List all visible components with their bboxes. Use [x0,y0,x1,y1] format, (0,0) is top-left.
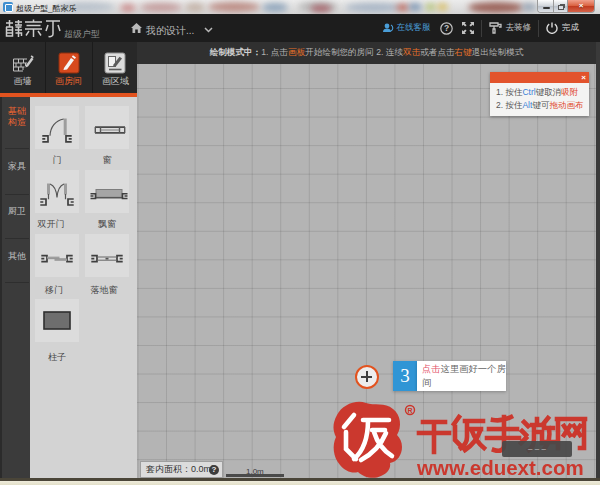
svg-text:www.eduext.com: www.eduext.com [416,456,584,479]
svg-text:R: R [407,407,412,414]
svg-text:?: ? [443,23,448,33]
